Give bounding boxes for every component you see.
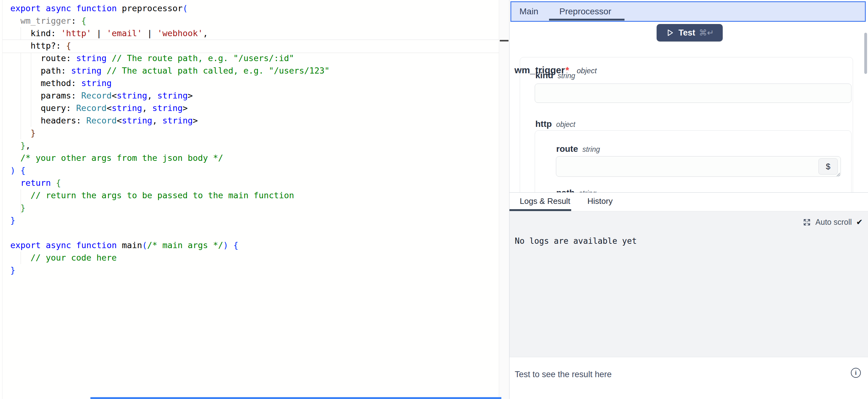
- code-token: ,: [147, 91, 157, 100]
- code-token: }: [21, 203, 26, 213]
- args-form-viewport: Test ⌘↵ wm_trigger* object kindstring ht…: [509, 22, 868, 192]
- function-tabbar: Main Preprocessor: [510, 1, 866, 22]
- code-token: |: [91, 28, 106, 38]
- field-type: string: [558, 72, 575, 80]
- code-token: // your code here: [31, 253, 117, 263]
- kind-input[interactable]: [535, 84, 851, 103]
- code-token: string: [71, 66, 102, 75]
- code-token: kind:: [10, 28, 61, 38]
- code-token: ): [10, 165, 21, 175]
- code-token: [10, 178, 21, 188]
- code-token: http?:: [10, 41, 66, 51]
- tab-preprocessor[interactable]: Preprocessor: [559, 2, 611, 21]
- code-token: Record: [86, 116, 117, 125]
- tab-history[interactable]: History: [587, 193, 613, 210]
- code-line: route: string // The route path, e.g. "/…: [10, 52, 330, 64]
- code-token: string: [152, 103, 183, 113]
- code-token: >: [193, 116, 198, 125]
- code-token: query:: [10, 103, 76, 113]
- code-line: export async function main(/* main args …: [10, 239, 330, 251]
- code-token: Record: [82, 91, 112, 100]
- tab-main[interactable]: Main: [520, 2, 538, 21]
- route-input[interactable]: [556, 156, 841, 177]
- code-line: }: [10, 264, 330, 276]
- editor-scrollbar[interactable]: [499, 0, 509, 399]
- code-token: /* main args */: [147, 240, 223, 250]
- code-line: }: [10, 202, 330, 214]
- code-token: [10, 128, 31, 138]
- code-token: // The actual path called, e.g. "/users/…: [106, 66, 330, 75]
- code-token: }: [10, 215, 15, 225]
- code-token: <: [106, 103, 112, 113]
- code-token: string: [117, 91, 147, 100]
- result-placeholder: Test to see the result here: [515, 370, 612, 379]
- field-name: http: [535, 119, 552, 129]
- code-token: ,: [152, 116, 162, 125]
- editor-bottom-accent-bar: [90, 397, 501, 399]
- code-token: [10, 203, 21, 213]
- code-line: },: [10, 139, 330, 152]
- code-line: }: [10, 214, 330, 226]
- code-line: query: Record<string, string>: [10, 102, 330, 114]
- code-token: [102, 66, 106, 75]
- field-name: kind: [535, 70, 553, 80]
- code-token: ,: [142, 103, 152, 113]
- code-token: // return the args to be passed to the m…: [31, 190, 294, 200]
- checkmark-icon: ✔: [856, 218, 863, 226]
- field-name: route: [556, 144, 578, 154]
- field-type: string: [582, 145, 600, 153]
- code-token: string: [76, 53, 106, 63]
- code-token: export: [10, 240, 46, 250]
- code-token: // The route path, e.g. "/users/:id": [112, 53, 294, 63]
- code-token: [106, 53, 112, 63]
- resize-grip-icon[interactable]: [835, 172, 841, 177]
- editor-left-hairline: [2, 0, 2, 399]
- route-input-wrap: $: [556, 156, 841, 177]
- test-button-label: Test: [678, 28, 695, 38]
- code-token: {: [21, 165, 26, 175]
- http-field-label: httpobject: [535, 119, 575, 129]
- autoscroll-row[interactable]: Auto scroll ✔: [803, 218, 863, 226]
- code-token: }: [10, 265, 15, 275]
- code-token: ): [223, 240, 234, 250]
- result-area: Test to see the result here i: [509, 357, 868, 399]
- code-token: {: [233, 240, 238, 250]
- code-token: [10, 141, 21, 150]
- code-token: [10, 16, 21, 26]
- no-logs-message: No logs are available yet: [515, 236, 637, 246]
- logs-tabbar: Logs & Result History: [509, 192, 868, 211]
- code-line: ) {: [10, 164, 330, 177]
- field-name: path: [556, 188, 575, 192]
- panel-scrollbar-thumb[interactable]: [864, 33, 867, 74]
- code-token: (: [142, 240, 147, 250]
- test-button-shortcut: ⌘↵: [699, 28, 714, 37]
- code-token: /* your other args from the json body */: [21, 153, 223, 163]
- overview-ruler-cursor-mark: [500, 40, 508, 41]
- test-button[interactable]: Test ⌘↵: [657, 24, 723, 41]
- code-token: export: [10, 3, 46, 13]
- field-type: string: [579, 189, 596, 192]
- info-icon[interactable]: i: [851, 368, 861, 378]
- path-field-label-clipped: pathstring: [556, 188, 596, 192]
- template-variable-button[interactable]: $: [818, 158, 838, 175]
- code-token: route:: [10, 53, 76, 63]
- code-token: 'email': [106, 28, 142, 38]
- play-icon: [665, 28, 675, 37]
- code-token: [10, 253, 31, 263]
- code-editor[interactable]: export async function preprocessor( wm_t…: [0, 0, 509, 399]
- code-token: :: [71, 16, 82, 26]
- autoscroll-label: Auto scroll: [815, 218, 852, 226]
- code-token: preprocessor: [122, 3, 183, 13]
- code-token: string: [122, 116, 152, 125]
- expand-icon: [803, 218, 811, 226]
- code-line: }: [10, 127, 330, 139]
- tab-logs-result[interactable]: Logs & Result: [520, 193, 570, 210]
- code-area[interactable]: export async function preprocessor( wm_t…: [10, 2, 330, 276]
- code-token: {: [82, 16, 86, 26]
- code-token: string: [82, 78, 112, 88]
- code-token: string: [162, 116, 193, 125]
- code-line: kind: 'http' | 'email' | 'webhook',: [10, 27, 330, 39]
- code-token: [10, 190, 31, 200]
- code-token: |: [142, 28, 157, 38]
- field-type: object: [556, 120, 575, 128]
